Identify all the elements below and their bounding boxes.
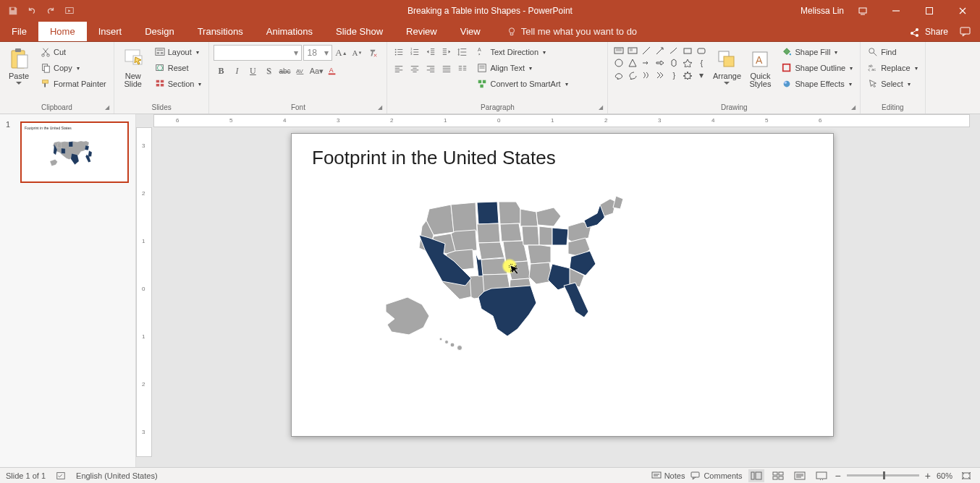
zoom-slider[interactable] — [847, 474, 919, 476]
tab-animations[interactable]: Animations — [255, 22, 324, 41]
state-nd[interactable] — [477, 202, 499, 224]
format-painter-button[interactable]: Format Painter — [38, 77, 109, 91]
zoom-out-icon[interactable]: − — [835, 470, 841, 482]
clear-formatting-icon[interactable] — [366, 46, 380, 60]
tab-home[interactable]: Home — [38, 22, 87, 41]
paste-button[interactable]: Paste — [4, 45, 33, 85]
align-left-icon[interactable] — [392, 62, 406, 77]
state-mn[interactable] — [499, 202, 520, 224]
reading-view-icon[interactable] — [792, 469, 808, 482]
close-button[interactable] — [948, 0, 977, 22]
notes-button[interactable]: Notes — [651, 471, 685, 480]
state-ak[interactable] — [386, 297, 429, 335]
copy-button[interactable]: Copy▾ — [38, 61, 109, 75]
slide-canvas[interactable]: Footprint in the United States — [291, 133, 834, 437]
tab-review[interactable]: Review — [394, 22, 449, 41]
font-color-icon[interactable]: A — [325, 64, 339, 78]
state-hi[interactable] — [439, 338, 462, 351]
tab-file[interactable]: File — [0, 22, 38, 41]
numbering-icon[interactable]: 123 — [407, 45, 422, 59]
decrease-indent-icon[interactable] — [423, 45, 438, 59]
drawing-expand-icon[interactable]: ◢ — [851, 104, 858, 111]
state-il[interactable] — [522, 226, 539, 245]
section-button[interactable]: Section▾ — [152, 77, 205, 91]
us-map[interactable] — [379, 196, 639, 355]
normal-view-icon[interactable] — [748, 469, 764, 482]
bullets-icon[interactable] — [392, 45, 406, 59]
find-button[interactable]: Find — [865, 45, 920, 59]
minimize-button[interactable] — [882, 0, 911, 22]
new-slide-button[interactable]: New Slide — [119, 45, 148, 88]
zoom-in-icon[interactable]: + — [925, 470, 931, 482]
tab-transitions[interactable]: Transitions — [186, 22, 255, 41]
justify-icon[interactable] — [439, 62, 454, 77]
zoom-percent[interactable]: 60% — [937, 471, 952, 480]
font-name-combo[interactable]: ▾ — [214, 45, 302, 61]
slide-title-text[interactable]: Footprint in the United States — [312, 147, 556, 169]
line-spacing-icon[interactable] — [455, 45, 470, 59]
slide-thumbnail[interactable]: Footprint in the United States — [20, 121, 129, 183]
maximize-button[interactable] — [915, 0, 944, 22]
fit-window-icon[interactable] — [958, 469, 974, 482]
align-center-icon[interactable] — [407, 62, 422, 77]
bold-icon[interactable]: B — [214, 64, 228, 78]
state-ne[interactable] — [478, 242, 504, 260]
decrease-font-icon[interactable]: A▼ — [350, 46, 364, 60]
state-tx[interactable] — [478, 286, 536, 336]
status-language[interactable]: English (United States) — [76, 471, 158, 480]
share-button[interactable]: Share — [925, 27, 948, 37]
text-direction-button[interactable]: AText Direction▾ — [474, 45, 570, 59]
comments-icon[interactable] — [960, 27, 971, 37]
increase-font-icon[interactable]: A▲ — [334, 46, 348, 60]
columns-icon[interactable] — [455, 62, 470, 77]
state-in[interactable] — [539, 226, 552, 245]
state-wi[interactable] — [520, 209, 538, 226]
tab-slideshow[interactable]: Slide Show — [324, 22, 394, 41]
shadow-icon[interactable]: S — [261, 64, 276, 78]
replace-button[interactable]: abacReplace▾ — [865, 61, 920, 75]
state-sd[interactable] — [477, 223, 500, 243]
state-fl[interactable] — [564, 283, 588, 317]
state-ky-tn[interactable] — [528, 245, 551, 264]
shape-outline-button[interactable]: Shape Outline▾ — [779, 61, 856, 75]
shapes-gallery[interactable]: { } ▾ — [612, 45, 708, 81]
tab-design[interactable]: Design — [133, 22, 185, 41]
increase-indent-icon[interactable] — [439, 45, 454, 59]
ribbon-options-icon[interactable] — [848, 0, 877, 22]
align-text-button[interactable]: Align Text▾ — [474, 61, 570, 75]
slideshow-view-icon[interactable] — [814, 469, 829, 482]
underline-icon[interactable]: U — [245, 64, 260, 78]
align-right-icon[interactable] — [423, 62, 438, 77]
paragraph-expand-icon[interactable]: ◢ — [599, 104, 606, 111]
sorter-view-icon[interactable] — [770, 469, 786, 482]
clipboard-expand-icon[interactable]: ◢ — [105, 104, 112, 111]
cut-button[interactable]: Cut — [38, 45, 109, 59]
arrange-button[interactable]: Arrange — [712, 45, 741, 85]
font-expand-icon[interactable]: ◢ — [378, 104, 385, 111]
italic-icon[interactable]: I — [229, 64, 244, 78]
layout-button[interactable]: Layout▾ — [152, 45, 205, 59]
state-oh[interactable] — [552, 228, 568, 245]
state-mi[interactable] — [536, 208, 561, 226]
tell-me-search[interactable]: Tell me what you want to do — [507, 22, 637, 41]
convert-smartart-button[interactable]: Convert to SmartArt▾ — [474, 77, 570, 91]
start-from-beginning-icon[interactable] — [61, 2, 78, 20]
tab-insert[interactable]: Insert — [87, 22, 134, 41]
char-spacing-icon[interactable]: AV — [293, 64, 308, 78]
state-me[interactable] — [613, 196, 623, 209]
quick-styles-button[interactable]: A Quick Styles — [745, 45, 774, 88]
shape-effects-button[interactable]: Shape Effects▾ — [779, 77, 856, 91]
shape-fill-button[interactable]: Shape Fill▾ — [779, 45, 856, 59]
spellcheck-icon[interactable] — [56, 471, 66, 481]
font-size-combo[interactable]: 18▾ — [303, 45, 332, 61]
strike-icon[interactable]: abc — [277, 64, 292, 78]
undo-icon[interactable] — [23, 2, 41, 20]
redo-icon[interactable] — [42, 2, 59, 20]
select-button[interactable]: Select▾ — [865, 77, 920, 91]
comments-button[interactable]: Comments — [690, 471, 742, 480]
change-case-icon[interactable]: Aa▾ — [309, 64, 324, 78]
state-mt[interactable] — [451, 202, 477, 234]
state-ia[interactable] — [500, 223, 522, 241]
reset-button[interactable]: Reset — [152, 61, 205, 75]
save-icon[interactable] — [4, 2, 22, 20]
